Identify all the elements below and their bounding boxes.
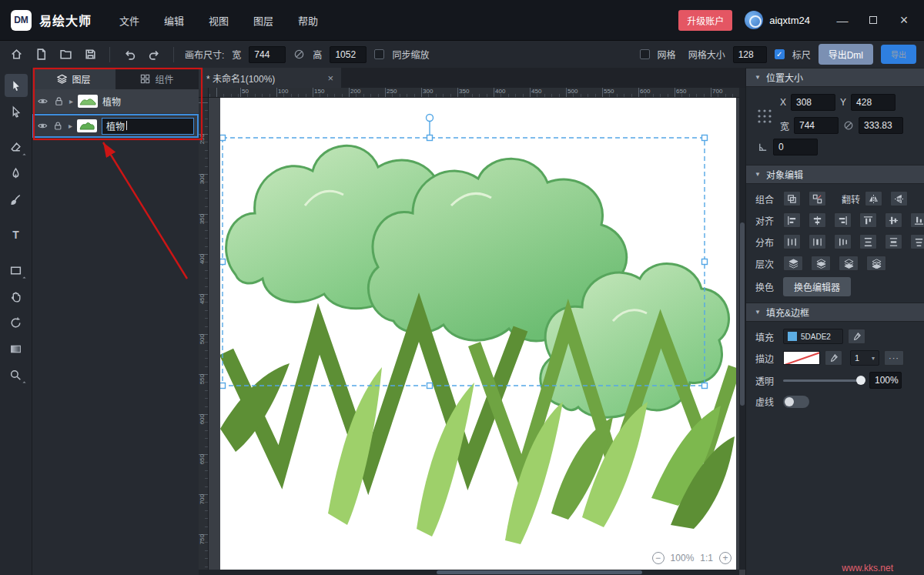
bring-forward-button[interactable] bbox=[811, 256, 831, 271]
expand-arrow-icon[interactable]: ▸ bbox=[69, 97, 73, 105]
opacity-slider[interactable] bbox=[783, 376, 865, 385]
redo-button[interactable] bbox=[146, 46, 162, 63]
fill-color-box[interactable]: 5DADE2 bbox=[783, 329, 843, 344]
vertical-scrollbar[interactable] bbox=[739, 88, 745, 570]
horizontal-scrollbar[interactable] bbox=[199, 570, 739, 575]
save-button[interactable] bbox=[82, 46, 99, 63]
tab-components[interactable]: 组件 bbox=[116, 68, 199, 89]
home-button[interactable] bbox=[8, 46, 25, 63]
send-backward-button[interactable] bbox=[839, 256, 859, 271]
width-input[interactable]: 744 bbox=[794, 117, 839, 134]
upgrade-account-button[interactable]: 升级账户 bbox=[678, 10, 732, 31]
export-dml-button[interactable]: 导出Dml bbox=[819, 44, 873, 65]
unlink-aspect-icon[interactable] bbox=[843, 120, 854, 131]
visibility-eye-icon[interactable] bbox=[37, 120, 48, 132]
new-file-button[interactable] bbox=[32, 46, 49, 63]
send-to-back-button[interactable] bbox=[866, 256, 886, 271]
slider-handle[interactable] bbox=[856, 376, 865, 385]
flip-horizontal-button[interactable] bbox=[865, 191, 882, 206]
tab-layers[interactable]: 图层 bbox=[32, 68, 116, 89]
align-top-button[interactable] bbox=[859, 212, 877, 228]
menu-view[interactable]: 视图 bbox=[209, 13, 229, 28]
lock-icon[interactable] bbox=[52, 120, 63, 132]
menu-file[interactable]: 文件 bbox=[119, 13, 139, 28]
document-tab[interactable]: * 未命名1(100%) × bbox=[199, 68, 341, 88]
menu-edit[interactable]: 编辑 bbox=[164, 13, 184, 28]
recolor-editor-button[interactable]: 换色编辑器 bbox=[783, 277, 851, 296]
canvas-height-input[interactable]: 1052 bbox=[330, 46, 367, 63]
zoom-in-button[interactable]: + bbox=[719, 552, 732, 564]
x-input[interactable]: 308 bbox=[791, 94, 835, 111]
rotation-input[interactable]: 0 bbox=[773, 139, 818, 155]
gradient-tool[interactable] bbox=[5, 337, 28, 360]
zoom-tool[interactable] bbox=[5, 363, 28, 386]
direct-select-tool[interactable] bbox=[5, 100, 28, 123]
scrollbar-thumb[interactable] bbox=[437, 570, 642, 574]
avatar[interactable] bbox=[745, 11, 763, 29]
menu-help[interactable]: 帮助 bbox=[298, 13, 318, 28]
lock-icon[interactable] bbox=[53, 95, 65, 107]
text-tool[interactable]: T bbox=[5, 223, 28, 246]
group-button[interactable] bbox=[783, 191, 801, 206]
fill-eyedropper-button[interactable] bbox=[848, 329, 865, 344]
grid-checkbox[interactable] bbox=[640, 49, 650, 59]
layer-row[interactable]: ▸ 植物 bbox=[32, 89, 199, 114]
brush-tool[interactable] bbox=[5, 188, 28, 211]
sync-scale-checkbox[interactable] bbox=[374, 49, 384, 59]
select-tool[interactable] bbox=[5, 74, 28, 97]
ungroup-button[interactable] bbox=[808, 191, 826, 206]
expand-arrow-icon[interactable]: ▸ bbox=[69, 122, 72, 130]
opacity-value[interactable]: 100% bbox=[869, 372, 902, 389]
stroke-color-box[interactable] bbox=[783, 351, 820, 365]
layer-name-edit-field[interactable]: 植物 bbox=[102, 118, 194, 135]
tab-close-icon[interactable]: × bbox=[327, 72, 333, 84]
bring-to-front-button[interactable] bbox=[783, 256, 803, 271]
section-object-edit-header[interactable]: ▼ 对象编辑 bbox=[746, 165, 924, 184]
align-left-button[interactable] bbox=[783, 212, 801, 228]
close-button[interactable]: × bbox=[889, 5, 919, 35]
y-input[interactable]: 428 bbox=[851, 94, 896, 111]
align-middle-v-button[interactable] bbox=[885, 212, 902, 228]
open-file-button[interactable] bbox=[57, 46, 74, 63]
align-center-h-button[interactable] bbox=[808, 212, 826, 228]
flip-vertical-button[interactable] bbox=[890, 191, 908, 206]
layer-row-selected[interactable]: ▸ 植物 bbox=[32, 114, 199, 139]
distribute-h-right-button[interactable] bbox=[834, 234, 852, 249]
maximize-button[interactable] bbox=[858, 5, 889, 35]
shape-tool[interactable] bbox=[5, 259, 28, 282]
align-right-button[interactable] bbox=[834, 212, 852, 228]
distribute-v-bottom-button[interactable] bbox=[910, 234, 924, 249]
zoom-ratio[interactable]: 1:1 bbox=[700, 553, 713, 563]
canvas-width-input[interactable]: 744 bbox=[249, 46, 286, 63]
align-bottom-button[interactable] bbox=[910, 212, 924, 228]
hand-tool[interactable] bbox=[5, 285, 28, 308]
unlink-aspect-icon[interactable] bbox=[293, 48, 305, 60]
grid-size-input[interactable]: 128 bbox=[733, 46, 767, 63]
layer-name[interactable]: 植物 bbox=[102, 95, 121, 108]
distribute-h-center-button[interactable] bbox=[808, 234, 826, 249]
ruler-checkbox[interactable]: ✓ bbox=[775, 49, 785, 59]
distribute-v-center-button[interactable] bbox=[885, 234, 902, 249]
section-fill-stroke-header[interactable]: ▼ 填充&边框 bbox=[746, 303, 924, 322]
stroke-more-button[interactable]: ··· bbox=[884, 350, 904, 366]
zoom-out-button[interactable]: − bbox=[652, 552, 665, 564]
visibility-eye-icon[interactable] bbox=[37, 95, 49, 107]
ruler-tick: 550 bbox=[199, 374, 209, 384]
height-input[interactable]: 333.83 bbox=[859, 117, 903, 134]
export-button[interactable]: 导出 bbox=[881, 45, 916, 64]
distribute-h-left-button[interactable] bbox=[783, 234, 801, 249]
section-position-header[interactable]: ▼ 位置大小 bbox=[746, 68, 924, 87]
scrollbar-thumb[interactable] bbox=[740, 222, 745, 406]
pen-tool[interactable] bbox=[5, 162, 28, 185]
distribute-v-top-button[interactable] bbox=[859, 234, 877, 249]
menu-layer[interactable]: 图层 bbox=[253, 13, 273, 28]
canvas[interactable] bbox=[220, 98, 736, 570]
anchor-grid[interactable] bbox=[755, 94, 774, 139]
undo-button[interactable] bbox=[121, 46, 138, 63]
eraser-tool[interactable] bbox=[5, 135, 28, 159]
rotate-view-tool[interactable] bbox=[5, 311, 28, 334]
stroke-eyedropper-button[interactable] bbox=[825, 350, 842, 366]
dash-toggle[interactable] bbox=[783, 396, 809, 408]
minimize-button[interactable]: — bbox=[827, 5, 858, 35]
stroke-width-select[interactable]: 1 ▾ bbox=[850, 350, 879, 366]
